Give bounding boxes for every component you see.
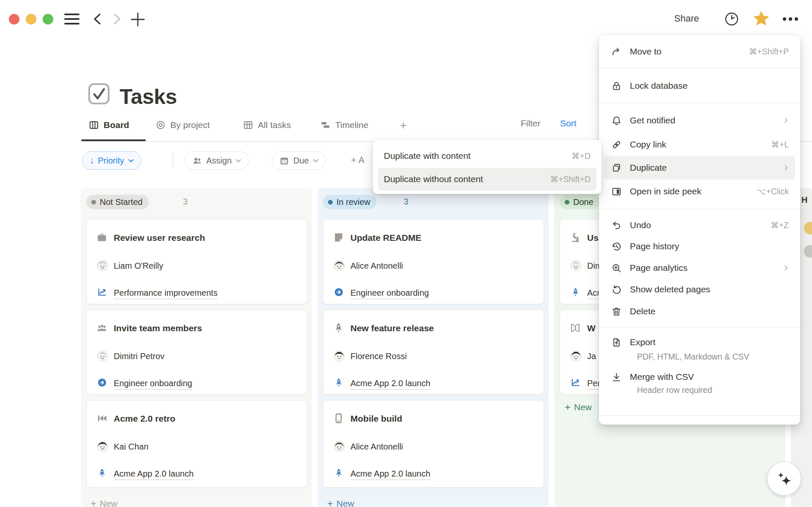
forward-button[interactable] <box>112 13 122 25</box>
card-assignee: Ja <box>587 352 596 361</box>
updates-clock-icon[interactable] <box>725 12 739 26</box>
menu-item-shortcut: ⌥+Click <box>757 187 789 196</box>
new-label: New <box>336 499 354 507</box>
favorite-star-icon[interactable] <box>753 11 769 27</box>
traffic-zoom-button[interactable] <box>43 14 53 25</box>
menu-item-label: Merge with CSV <box>630 372 694 382</box>
sidebar-menu-button[interactable] <box>64 13 79 25</box>
tab-label: Board <box>104 120 129 130</box>
card-project-link[interactable]: Engineer onboarding <box>350 288 429 299</box>
task-card-new-feature-release[interactable]: New feature release Florence Rossi Acme … <box>323 310 544 395</box>
add-filter-button[interactable]: + A <box>351 155 364 166</box>
back-button[interactable] <box>93 13 102 25</box>
avatar <box>334 441 345 452</box>
sort-button[interactable]: Sort <box>560 118 577 128</box>
card-project-link[interactable]: Acme App 2.0 launch <box>350 379 430 390</box>
menu-item-move-to[interactable]: Move to ⌘+Shift+P <box>604 40 795 63</box>
pill-label: Assign <box>206 156 232 166</box>
status-badge-in-review[interactable]: In review <box>323 195 377 209</box>
card-assignee: Alice Antonelli <box>350 442 403 452</box>
submenu-item-duplicate-without-content[interactable]: Duplicate without content ⌘+Shift+D <box>378 168 596 191</box>
menu-item-label: Duplicate with content <box>384 151 470 161</box>
chart-icon <box>571 378 580 387</box>
more-options-button[interactable] <box>780 16 801 22</box>
rocket-icon <box>334 468 344 478</box>
menu-item-export[interactable]: Export <box>604 330 795 354</box>
card-project-link[interactable]: Engineer onboarding <box>114 379 192 390</box>
card-project-link[interactable]: Acme App 2.0 launch <box>350 469 430 480</box>
traffic-minimize-button[interactable] <box>26 14 36 25</box>
status-badge-done[interactable]: Done <box>560 195 600 209</box>
menu-item-label: Show deleted pages <box>630 284 710 294</box>
menu-item-label: Get notified <box>630 115 675 125</box>
tab-board[interactable]: Board <box>89 119 129 131</box>
menu-item-lock-database[interactable]: Lock database <box>604 74 795 98</box>
status-label: Done <box>573 197 593 207</box>
menu-item-shortcut: ⌘+Z <box>771 221 789 230</box>
status-badge-not-started[interactable]: Not Started <box>86 195 149 209</box>
task-card-acme-retro[interactable]: Acme 2.0 retro Kai Chan Acme App 2.0 lau… <box>86 400 307 488</box>
task-card-review-user-research[interactable]: Review user research Liam O'Reilly Perfo… <box>86 219 307 304</box>
menu-item-delete[interactable]: Delete <box>604 300 795 323</box>
menu-item-duplicate[interactable]: Duplicate › <box>604 156 795 180</box>
new-page-button[interactable] <box>130 12 145 27</box>
rocket-icon <box>97 468 107 478</box>
tab-all-tasks[interactable]: All tasks <box>243 119 291 131</box>
avatar <box>97 350 108 362</box>
menu-divider <box>599 68 800 68</box>
filter-button[interactable]: Filter <box>521 118 541 128</box>
task-card-invite-team-members[interactable]: Invite team members Dimitri Petrov Engin… <box>86 310 307 395</box>
menu-item-copy-link[interactable]: Copy link ⌘+L <box>604 133 795 156</box>
task-card-update-readme[interactable]: Update README Alice Antonelli Engineer o… <box>323 219 544 304</box>
add-card-button[interactable]: + New <box>565 401 592 413</box>
menu-item-page-analytics[interactable]: Page analytics › <box>604 256 795 280</box>
submenu-item-duplicate-with-content[interactable]: Duplicate with content ⌘+D <box>378 144 596 167</box>
menu-item-subtitle: Header row required <box>637 385 712 395</box>
restore-icon <box>611 284 622 295</box>
card-project-link[interactable]: Per <box>587 379 600 390</box>
page-icon-checkbox[interactable] <box>88 83 110 105</box>
card-title: Us <box>587 233 599 243</box>
card-project-link[interactable]: Acme App 2.0 launch <box>114 469 194 480</box>
target-icon <box>156 120 166 130</box>
card-title: New feature release <box>350 323 434 333</box>
priority-sort-pill[interactable]: ↓ Priority <box>82 151 141 170</box>
add-view-button[interactable]: + <box>400 119 407 132</box>
add-card-button[interactable]: + New <box>90 498 118 507</box>
submenu-chevron-icon: › <box>784 114 788 125</box>
tasks-board-window: Share Tasks Board By project All tasks T… <box>0 0 812 507</box>
menu-item-page-history[interactable]: Page history <box>604 234 795 258</box>
tab-label: Timeline <box>335 120 369 130</box>
status-dot <box>328 200 333 204</box>
tab-by-project[interactable]: By project <box>156 119 210 131</box>
menu-item-label: Duplicate <box>630 163 667 173</box>
pill-label: Due <box>293 156 309 166</box>
task-card-mobile-build[interactable]: Mobile build Alice Antonelli Acme App 2.… <box>323 400 544 488</box>
export-icon <box>611 337 622 348</box>
trash-icon <box>611 306 622 317</box>
lock-icon <box>611 81 622 91</box>
menu-divider <box>599 103 800 103</box>
add-card-button[interactable]: + New <box>327 498 354 507</box>
tab-timeline[interactable]: Timeline <box>320 119 369 131</box>
ai-assistant-button[interactable] <box>767 462 801 496</box>
traffic-close-button[interactable] <box>9 14 19 25</box>
card-assignee: Dimitri Petrov <box>114 352 164 361</box>
new-label: New <box>100 499 118 507</box>
menu-item-show-deleted-pages[interactable]: Show deleted pages <box>604 278 795 301</box>
analytics-icon <box>611 263 622 273</box>
chart-icon <box>97 287 107 297</box>
due-filter-pill[interactable]: Due <box>272 151 326 170</box>
new-label: New <box>574 402 592 412</box>
menu-item-open-in-side-peek[interactable]: Open in side peek ⌥+Click <box>604 180 795 203</box>
timeline-icon <box>320 120 331 130</box>
history-icon <box>611 241 622 252</box>
avatar <box>334 260 345 271</box>
assign-filter-pill[interactable]: Assign <box>185 151 249 170</box>
menu-item-undo[interactable]: Undo ⌘+Z <box>604 213 795 237</box>
menu-item-get-notified[interactable]: Get notified › <box>604 109 795 132</box>
card-project-link[interactable]: Performance improvements <box>114 288 218 299</box>
chevron-down-icon <box>313 159 319 163</box>
share-button[interactable]: Share <box>674 13 699 24</box>
card-assignee: Kai Chan <box>114 442 148 452</box>
